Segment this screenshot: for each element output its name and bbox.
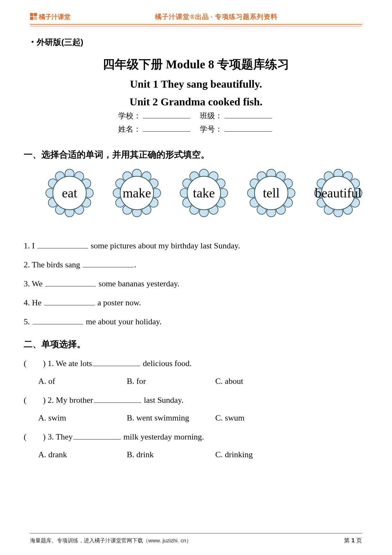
q-text: milk yesterday morning.	[121, 432, 204, 441]
word-bank-item: make	[122, 186, 151, 200]
mcq-options: A. swim B. went swimming C. swum	[24, 414, 362, 422]
mcq-options: A. drank B. drink C. drinking	[24, 451, 362, 459]
word-badge: beautiful	[313, 168, 364, 218]
name-label: 姓名：	[118, 125, 141, 133]
q-text: ) 3. They	[43, 432, 73, 441]
q-text: some pictures about my birthday last Sun…	[89, 241, 240, 250]
answer-blank[interactable]	[73, 438, 121, 440]
mcq-item: () 1. We ate lots delicious food. A. of …	[24, 359, 362, 385]
word-badge: make	[112, 168, 162, 218]
mcq-item: () 3. They milk yesterday morning. A. dr…	[24, 433, 362, 459]
fill-blank-item: 2. The birds sang .	[24, 261, 362, 269]
section1-title: 一、选择合适的单词，并用其正确的形式填空。	[24, 149, 210, 161]
mcq-options: A. of B. for C. about	[24, 377, 362, 385]
class-label: 班级：	[200, 112, 223, 120]
answer-blank[interactable]	[94, 401, 141, 403]
q-text: 2. The birds sang	[24, 260, 82, 269]
fill-blank-item: 3. We some bananas yesterday.	[24, 280, 362, 288]
footer-divider	[30, 533, 362, 533]
q-text: ) 1. We ate lots	[43, 359, 92, 368]
q-text: 5.	[24, 317, 32, 326]
word-bank-item: beautiful	[315, 186, 362, 200]
q-text: 3. We	[24, 279, 45, 288]
mcq-option[interactable]: A. swim	[38, 414, 127, 422]
q-text: last Sunday.	[142, 396, 184, 405]
page-header: 橘子汁课堂 橘子汁课堂®出品 · 专项练习题系列资料	[30, 11, 362, 22]
word-bank-item: tell	[263, 186, 279, 200]
footer-note: 海量题库、专项训练，进入橘子汁课堂官网下载（www. juzizhi. cn）	[30, 537, 192, 544]
q-text: .	[134, 260, 136, 269]
q-text: a poster now.	[95, 298, 141, 307]
brand-name: 橘子汁课堂	[39, 13, 70, 21]
q-text: ) 2. My brother	[43, 396, 93, 405]
word-bank-item: take	[193, 186, 215, 200]
page-num: 1	[351, 537, 355, 544]
mcq-option[interactable]: A. drank	[38, 451, 127, 459]
page-footer: 海量题库、专项训练，进入橘子汁课堂官网下载（www. juzizhi. cn） …	[30, 537, 362, 544]
mcq-option[interactable]: A. of	[38, 377, 127, 385]
module-title: 四年级下册 Module 8 专项题库练习	[30, 56, 362, 72]
word-badge: tell	[246, 168, 297, 218]
mcq-option[interactable]: C. swum	[215, 414, 304, 422]
mcq-option[interactable]: B. drink	[127, 451, 215, 459]
q-text: 1. I	[24, 241, 37, 250]
edition-label: 外研版(三起)	[32, 37, 83, 48]
answer-blank[interactable]	[83, 266, 133, 267]
mcq-option[interactable]: C. about	[215, 377, 304, 385]
word-badge: eat	[44, 168, 95, 218]
q-text: 4. He	[24, 298, 44, 307]
q-text: some bananas yesterday.	[96, 279, 180, 288]
word-bank: eat make take tell beautiful	[44, 168, 364, 218]
number-label: 学号：	[200, 125, 223, 133]
answer-blank[interactable]	[93, 365, 140, 366]
fill-blank-item: 5. me about your holiday.	[24, 318, 362, 326]
brand-logo: 橘子汁课堂	[30, 13, 70, 21]
fill-blank-item: 4. He a poster now.	[24, 299, 362, 307]
fill-blank-item: 1. I some pictures about my birthday las…	[24, 242, 362, 250]
word-bank-item: eat	[62, 186, 77, 200]
mcq-option[interactable]: B. went swimming	[127, 414, 215, 422]
answer-blank[interactable]	[33, 323, 83, 324]
logo-icon	[30, 13, 38, 21]
header-divider	[30, 24, 362, 26]
worksheet-page: 橘子汁课堂 橘子汁课堂®出品 · 专项练习题系列资料 外研版(三起) 四年级下册…	[0, 0, 392, 555]
questions-area: 1. I some pictures about my birthday las…	[24, 231, 362, 459]
q-text: me about your holiday.	[84, 317, 162, 326]
page-prefix: 第	[344, 537, 351, 544]
title-block: 四年级下册 Module 8 专项题库练习 Unit 1 They sang b…	[30, 56, 362, 108]
page-number: 第 1 页	[344, 537, 362, 544]
school-label: 学校：	[118, 112, 141, 120]
word-badge: take	[179, 168, 229, 218]
school-input[interactable]	[143, 116, 190, 118]
answer-blank[interactable]	[44, 304, 95, 305]
unit1-title: Unit 1 They sang beautifully.	[30, 78, 362, 90]
q-text: delicious food.	[141, 359, 192, 368]
number-input[interactable]	[224, 129, 272, 132]
bullet-icon	[32, 41, 34, 43]
name-input[interactable]	[143, 129, 190, 132]
section2-title: 二、单项选择。	[24, 340, 362, 349]
student-info: 学校： 班级： 姓名： 学号：	[0, 108, 392, 134]
unit2-title: Unit 2 Grandma cooked fish.	[30, 96, 362, 108]
header-title: 橘子汁课堂®出品 · 专项练习题系列资料	[70, 12, 362, 21]
answer-blank[interactable]	[37, 247, 88, 248]
page-suffix: 页	[355, 537, 362, 544]
class-input[interactable]	[224, 116, 272, 118]
mcq-option[interactable]: B. for	[127, 377, 215, 385]
edition-text: 外研版(三起)	[37, 37, 83, 47]
mcq-item: () 2. My brother last Sunday. A. swim B.…	[24, 396, 362, 422]
mcq-option[interactable]: C. drinking	[215, 451, 304, 459]
answer-blank[interactable]	[45, 285, 96, 286]
